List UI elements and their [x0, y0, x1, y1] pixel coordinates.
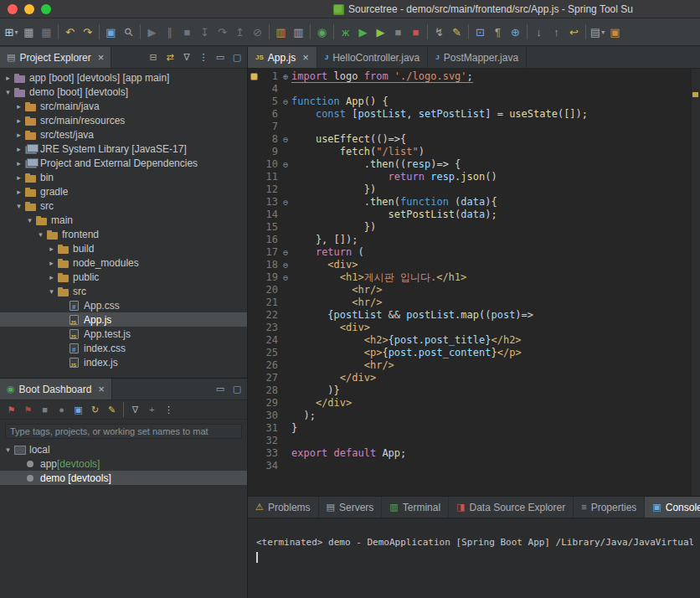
- show-whitespace-button[interactable]: ¶: [489, 22, 507, 42]
- add-button[interactable]: +: [144, 402, 160, 418]
- boot-filter-input[interactable]: [5, 424, 242, 439]
- profile-button[interactable]: ▶: [372, 22, 389, 42]
- filter-button[interactable]: ∇: [179, 50, 194, 65]
- open-console-button[interactable]: ▣: [102, 22, 120, 42]
- explorer-tree-item[interactable]: ▸Project and External Dependencies: [0, 156, 247, 170]
- code-editor[interactable]: 1⊕import logo from './logo.svg';45⊖funct…: [248, 69, 700, 496]
- boot-dashboard-tab[interactable]: ◉ Boot Dashboard ×: [0, 379, 112, 400]
- explorer-tree-item[interactable]: ▾src: [0, 198, 247, 213]
- debug-button[interactable]: ж: [337, 22, 354, 42]
- fold-collapse-icon[interactable]: ⊖: [280, 196, 291, 209]
- edit-config-button[interactable]: ✎: [104, 402, 120, 418]
- explorer-tree-item[interactable]: ▸JRE System Library [JavaSE-17]: [0, 142, 247, 156]
- last-edit-location-button[interactable]: ↩: [565, 22, 583, 42]
- explorer-tree-item[interactable]: ▸public: [0, 270, 247, 284]
- resume-button[interactable]: ▶: [143, 22, 161, 42]
- explorer-tree-item[interactable]: ▸app [boot] [devtools] [app main]: [0, 70, 247, 85]
- minimize-button[interactable]: ▭: [213, 382, 228, 397]
- start-button[interactable]: ⚑: [3, 402, 19, 418]
- save-all-button[interactable]: ▦: [38, 22, 55, 42]
- highlighter-button[interactable]: ✎: [448, 22, 466, 42]
- connect-button[interactable]: ↯: [430, 22, 448, 42]
- boot-tree-item[interactable]: app [devtools]: [0, 456, 247, 471]
- explorer-tree-item[interactable]: App.js: [0, 312, 247, 327]
- bottom-view-tab[interactable]: ≡Properties: [574, 497, 645, 518]
- expand-arrow-icon[interactable]: ▸: [14, 131, 23, 139]
- collapse-arrow-icon[interactable]: ▾: [25, 216, 34, 224]
- step-return-button[interactable]: ↥: [231, 22, 249, 42]
- expand-arrow-icon[interactable]: ▸: [14, 116, 23, 125]
- save-button[interactable]: ▦: [20, 22, 38, 42]
- undo-button[interactable]: ↶: [61, 22, 79, 42]
- open-type-button[interactable]: ⊡: [471, 22, 489, 42]
- collapse-arrow-icon[interactable]: ▾: [47, 287, 56, 296]
- view-menu-button[interactable]: ⋮: [196, 50, 211, 65]
- expand-arrow-icon[interactable]: ▸: [14, 145, 23, 153]
- boot-tree-item[interactable]: demo [devtools]: [0, 471, 247, 485]
- close-icon[interactable]: ×: [302, 52, 309, 63]
- collapse-arrow-icon[interactable]: ▾: [36, 230, 45, 239]
- minimize-window-button[interactable]: [24, 4, 34, 14]
- fold-collapse-icon[interactable]: ⊖: [280, 271, 291, 284]
- project-explorer-tab[interactable]: ▤ Project Explorer ×: [0, 47, 111, 68]
- collapse-arrow-icon[interactable]: ▾: [3, 88, 13, 96]
- explorer-tree-item[interactable]: ▾frontend: [0, 227, 247, 241]
- fold-collapse-icon[interactable]: ⊖: [280, 259, 291, 271]
- stop-button[interactable]: ⚑: [20, 402, 36, 418]
- boot-devtools-button[interactable]: ◉: [313, 22, 331, 42]
- collapse-arrow-icon[interactable]: ▾: [14, 202, 23, 210]
- close-window-button[interactable]: [8, 4, 18, 14]
- editor-tab[interactable]: JHelloController.java: [317, 47, 429, 68]
- expand-arrow-icon[interactable]: ▸: [14, 173, 23, 182]
- new-terminal-button[interactable]: ▥: [290, 22, 307, 42]
- suspend-button[interactable]: ∥: [161, 22, 178, 42]
- collapse-all-button[interactable]: ⊟: [146, 50, 161, 65]
- zoom-window-button[interactable]: [41, 4, 51, 14]
- skip-breakpoints-button[interactable]: ⊘: [249, 22, 266, 42]
- pause-button[interactable]: ●: [54, 402, 69, 418]
- fold-collapse-icon[interactable]: ⊖: [280, 95, 291, 108]
- expand-arrow-icon[interactable]: ▸: [47, 273, 56, 281]
- new-button[interactable]: ⊞▾: [3, 22, 20, 42]
- restart-button[interactable]: ■: [37, 402, 53, 418]
- maximize-button[interactable]: ▢: [229, 50, 244, 65]
- filter-button[interactable]: ∇: [127, 402, 143, 418]
- expand-arrow-icon[interactable]: ▸: [14, 188, 23, 196]
- step-into-button[interactable]: ↧: [196, 22, 214, 42]
- open-terminal-button[interactable]: ▥: [272, 22, 290, 42]
- close-icon[interactable]: ×: [98, 384, 105, 394]
- fold-expand-icon[interactable]: ⊕: [280, 70, 291, 83]
- java-perspective-button[interactable]: ▣: [606, 22, 624, 42]
- run-button[interactable]: ▶: [354, 22, 372, 42]
- explorer-tree-item[interactable]: index.css: [0, 341, 247, 355]
- bottom-view-tab[interactable]: ▣Console×: [645, 497, 700, 518]
- editor-tab[interactable]: JPostMapper.java: [428, 47, 527, 68]
- search-button[interactable]: ⚲: [120, 22, 137, 42]
- minimize-button[interactable]: ▭: [213, 50, 228, 65]
- explorer-tree-item[interactable]: index.js: [0, 355, 247, 369]
- bottom-view-tab[interactable]: ⚠Problems: [248, 497, 319, 518]
- link-with-editor-button[interactable]: ⇄: [162, 50, 178, 65]
- close-icon[interactable]: ×: [98, 52, 105, 63]
- expand-arrow-icon[interactable]: ▸: [47, 245, 56, 253]
- bottom-view-tab[interactable]: ▤Servers: [319, 497, 383, 518]
- maximize-button[interactable]: ▢: [229, 382, 244, 397]
- explorer-tree-item[interactable]: ▸src/main/resources: [0, 113, 247, 127]
- open-perspective-button[interactable]: ▤▾: [589, 22, 606, 42]
- fold-collapse-icon[interactable]: ⊖: [280, 133, 291, 146]
- explorer-tree-item[interactable]: App.test.js: [0, 327, 247, 341]
- step-over-button[interactable]: ↷: [214, 22, 231, 42]
- stop-button[interactable]: ■: [389, 22, 407, 42]
- explorer-tree-item[interactable]: ▸node_modules: [0, 255, 247, 270]
- explorer-tree-item[interactable]: ▸bin: [0, 170, 247, 184]
- warning-annotation-marker[interactable]: [692, 92, 698, 97]
- view-menu-button[interactable]: ⋮: [161, 402, 177, 418]
- terminate-button[interactable]: ■: [178, 22, 196, 42]
- fold-collapse-icon[interactable]: ⊖: [280, 158, 291, 171]
- open-console-button[interactable]: ▣: [70, 402, 86, 418]
- expand-arrow-icon[interactable]: ▸: [3, 74, 13, 82]
- bottom-view-tab[interactable]: ◨Data Source Explorer: [449, 497, 574, 518]
- redo-button[interactable]: ↷: [79, 22, 96, 42]
- relaunch-button[interactable]: ■: [407, 22, 425, 42]
- bottom-view-tab[interactable]: ▥Terminal: [382, 497, 449, 518]
